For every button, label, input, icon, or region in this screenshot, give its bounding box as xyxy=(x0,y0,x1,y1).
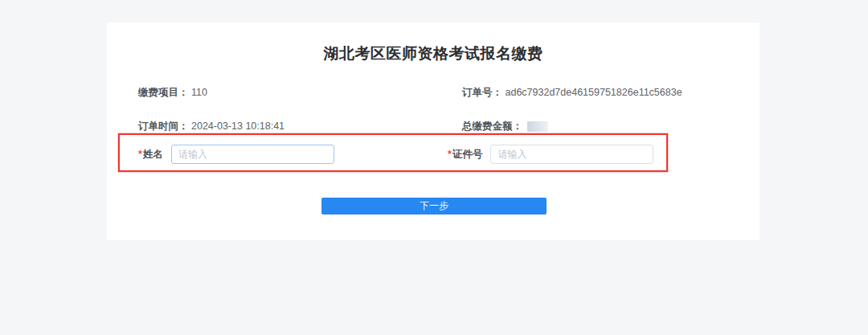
id-field-label: *证件号 xyxy=(448,148,482,161)
name-field-group: *姓名 xyxy=(138,145,334,164)
total-amount-label: 总缴费金额： xyxy=(462,121,522,132)
order-time-row: 订单时间： 2024-03-13 10:18:41 xyxy=(138,121,285,133)
id-number-input[interactable] xyxy=(490,145,653,164)
payment-card: 湖北考区医师资格考试报名缴费 缴费项目： 110 订单号： ad6c7932d7… xyxy=(107,22,760,240)
name-label-text: 姓名 xyxy=(143,149,163,160)
total-amount-masked-value xyxy=(527,121,548,132)
name-field-label: *姓名 xyxy=(138,148,163,161)
payment-item-row: 缴费项目： 110 xyxy=(138,87,207,99)
id-field-group: *证件号 xyxy=(448,145,653,164)
required-asterisk: * xyxy=(138,149,142,160)
required-asterisk: * xyxy=(448,149,452,160)
order-time-label: 订单时间： xyxy=(138,121,189,132)
name-input[interactable] xyxy=(171,145,334,164)
order-number-value: ad6c7932d7de46159751826e11c5683e xyxy=(505,87,682,98)
payment-item-label: 缴费项目： xyxy=(138,87,189,98)
order-number-label: 订单号： xyxy=(462,87,502,98)
order-number-row: 订单号： ad6c7932d7de46159751826e11c5683e xyxy=(462,87,682,99)
page-title: 湖北考区医师资格考试报名缴费 xyxy=(107,43,760,64)
next-step-button[interactable]: 下一步 xyxy=(321,198,547,214)
order-time-value: 2024-03-13 10:18:41 xyxy=(191,121,285,132)
payment-item-value: 110 xyxy=(191,87,207,98)
id-label-text: 证件号 xyxy=(452,149,483,160)
total-amount-row: 总缴费金额： xyxy=(462,121,548,133)
